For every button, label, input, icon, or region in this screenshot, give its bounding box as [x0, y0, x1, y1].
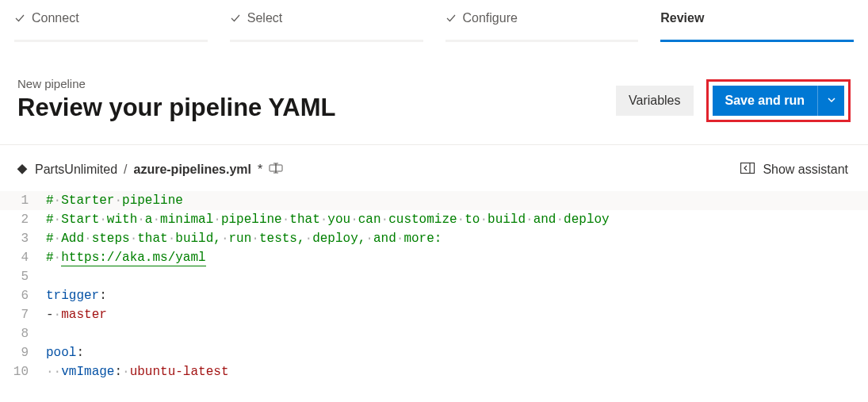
- wizard-stepper: Connect Select Configure Review: [0, 0, 868, 42]
- editor-line[interactable]: 7-·master: [0, 305, 868, 324]
- page-subtitle: New pipeline: [17, 77, 335, 90]
- page-header: New pipeline Review your pipeline YAML V…: [0, 42, 868, 145]
- check-icon: [14, 13, 25, 24]
- yaml-editor[interactable]: 1#·Starter·pipeline2#·Start·with·a·minim…: [0, 188, 868, 391]
- line-content[interactable]: [46, 324, 868, 343]
- file-bar: PartsUnlimited / azure-pipelines.yml * S…: [0, 145, 868, 188]
- editor-line[interactable]: 1#·Starter·pipeline: [0, 191, 868, 210]
- show-assistant-label: Show assistant: [763, 163, 848, 177]
- line-content[interactable]: ··vmImage:·ubuntu-latest: [46, 362, 868, 381]
- line-content[interactable]: #·https://aka.ms/yaml: [46, 248, 868, 267]
- line-content[interactable]: #·Add·steps·that·build,·run·tests,·deplo…: [46, 229, 868, 248]
- save-and-run-highlight: Save and run: [706, 79, 851, 122]
- show-assistant-button[interactable]: Show assistant: [740, 163, 848, 177]
- breadcrumb-separator: /: [124, 163, 127, 177]
- step-configure[interactable]: Configure: [445, 11, 639, 42]
- check-icon: [230, 13, 241, 24]
- step-label: Configure: [463, 11, 518, 25]
- editor-line[interactable]: 3#·Add·steps·that·build,·run·tests,·depl…: [0, 229, 868, 248]
- repo-icon: [16, 163, 29, 176]
- breadcrumb-filename[interactable]: azure-pipelines.yml: [133, 163, 251, 177]
- save-and-run-dropdown[interactable]: [817, 86, 844, 116]
- step-label: Review: [660, 11, 704, 25]
- page-title: Review your pipeline YAML: [17, 94, 335, 122]
- svg-rect-5: [741, 163, 755, 174]
- step-select[interactable]: Select: [230, 11, 423, 42]
- line-number: 2: [0, 210, 46, 229]
- line-number: 5: [0, 267, 46, 286]
- step-connect[interactable]: Connect: [14, 11, 208, 42]
- line-content[interactable]: #·Start·with·a·minimal·pipeline·that·you…: [46, 210, 868, 229]
- step-bar: [230, 40, 423, 42]
- line-number: 6: [0, 286, 46, 305]
- step-bar: [660, 40, 854, 42]
- line-number: 4: [0, 248, 46, 267]
- rename-icon[interactable]: [269, 163, 283, 177]
- check-icon: [445, 13, 457, 24]
- line-number: 3: [0, 229, 46, 248]
- line-content[interactable]: pool:: [46, 343, 868, 362]
- step-bar: [445, 40, 639, 42]
- chevron-down-icon: [827, 94, 836, 108]
- step-label: Select: [247, 11, 282, 25]
- editor-line[interactable]: 2#·Start·with·a·minimal·pipeline·that·yo…: [0, 210, 868, 229]
- line-number: 10: [0, 362, 46, 381]
- step-bar: [14, 40, 208, 42]
- step-label: Connect: [32, 11, 79, 25]
- line-content[interactable]: -·master: [46, 305, 868, 324]
- dirty-indicator: *: [258, 163, 262, 177]
- line-content[interactable]: #·Starter·pipeline: [46, 191, 868, 210]
- panel-icon: [740, 163, 755, 177]
- editor-line[interactable]: 4#·https://aka.ms/yaml: [0, 248, 868, 267]
- line-number: 7: [0, 305, 46, 324]
- line-number: 8: [0, 324, 46, 343]
- save-and-run-button[interactable]: Save and run: [713, 86, 817, 116]
- editor-line[interactable]: 8: [0, 324, 868, 343]
- editor-line[interactable]: 10··vmImage:·ubuntu-latest: [0, 362, 868, 381]
- line-content[interactable]: trigger:: [46, 286, 868, 305]
- editor-line[interactable]: 9pool:: [0, 343, 868, 362]
- variables-button[interactable]: Variables: [616, 86, 694, 116]
- line-number: 9: [0, 343, 46, 362]
- step-review[interactable]: Review: [660, 11, 854, 42]
- editor-line[interactable]: 6trigger:: [0, 286, 868, 305]
- editor-line[interactable]: 5: [0, 267, 868, 286]
- line-number: 1: [0, 191, 46, 210]
- breadcrumb-folder[interactable]: PartsUnlimited: [35, 163, 117, 177]
- file-path: PartsUnlimited / azure-pipelines.yml *: [16, 163, 283, 177]
- line-content[interactable]: [46, 267, 868, 286]
- svg-rect-0: [17, 164, 28, 174]
